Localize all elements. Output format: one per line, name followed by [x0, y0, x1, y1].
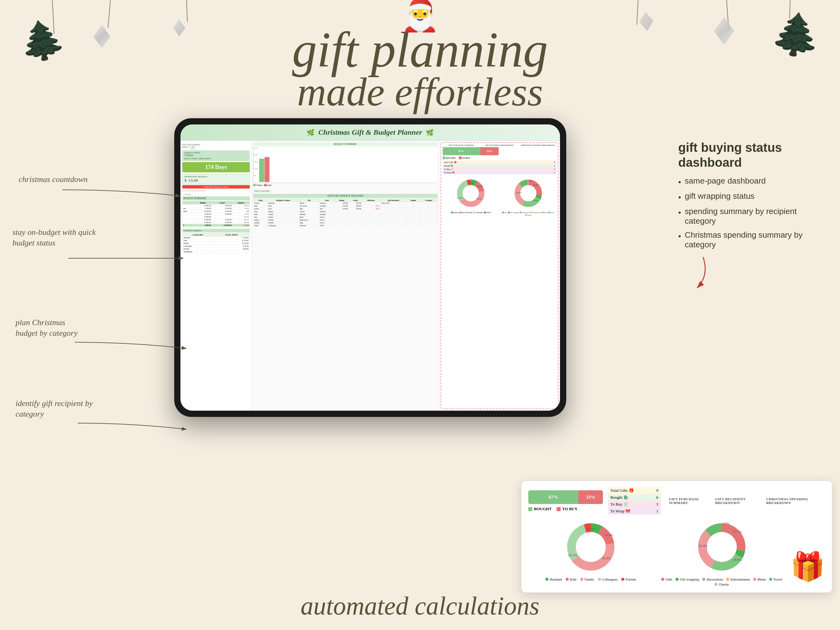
title-area: gift planning made effortless: [292, 25, 548, 112]
ornament-diamond-left: [93, 25, 111, 48]
gift-purchase-title: GIFT PURCHASE SUMMARY: [443, 144, 480, 146]
bullet-item-1: • same-page dashboard: [678, 176, 821, 187]
svg-text:14.4%: 14.4%: [477, 185, 483, 188]
list-item: Colleagues$ 25.00: [183, 245, 250, 248]
left-panel: elect your currency ENCY $ TODAY'S DATE …: [180, 141, 252, 411]
plant-icon-right: 🌿: [426, 129, 434, 136]
bullet-item-4: • Christmas spending summary by category: [678, 230, 821, 249]
arrow-countdown: [62, 183, 180, 202]
svg-text:8.1%: 8.1%: [587, 527, 594, 531]
svg-point-44: [707, 532, 737, 562]
right-bullets-section: gift buying status dashboard • same-page…: [678, 140, 821, 295]
exp-spending-chart: 27.7% 29.9% 24.9% 5.0% Gifts Gift wrappi…: [659, 519, 784, 586]
table-row: ons$ 50.00$ 100.00-50.00: [183, 207, 250, 210]
table-row: FrancisHusbandWatchAmazon$ 45.00$ 55.004…: [254, 202, 437, 205]
bullet-item-3: • spending summary by recipient category: [678, 207, 821, 226]
exp-spending-legend: Gifts Gift wrapping Decorations Entertai…: [659, 578, 784, 586]
svg-text:27.7%: 27.7%: [533, 183, 538, 186]
bullet-item-2: • gift wrapping status: [678, 191, 821, 202]
recipient-categories-title: recipient categories: [182, 229, 250, 232]
exp-spending-donut: 27.7% 29.9% 24.9% 5.0%: [694, 519, 750, 575]
expanded-dashboard: 67% 33% BOUGHT TO BUY Total Gifts 🎁9 Bou…: [521, 481, 832, 593]
exp-summary-numbers: Total Gifts 🎁9 Bought 🛍️6 To Buy 🛒3 To W…: [608, 487, 661, 515]
remaining-box: REMAINING BUDGET $ -15.00: [182, 174, 250, 185]
arrow-dashboard: [678, 257, 741, 294]
spending-donut-svg: 27.7% 29.9% 24.9% 5.0%: [511, 176, 545, 210]
step-label: Step 4: Plan gifts: [253, 189, 271, 193]
table-row: OmaFamilyTea setAmazon: [254, 210, 437, 213]
table-row: $ 300.00$ 500.00-200.00: [183, 221, 250, 224]
bullet-dot-2: •: [678, 193, 681, 202]
table-row: ReneKidsToy TruckToysRUs$ 50.00$ 80.00-3…: [254, 205, 437, 207]
table-row: $ 300.00$ 100.00200.00: [183, 218, 250, 221]
svg-text:24.9%: 24.9%: [698, 544, 707, 548]
table-row: $ 440.00$ 555.00-115.00: [183, 204, 250, 207]
tablet-mockup: 🌿 Christmas Gift & Budget Planner 🌿 elec…: [174, 118, 566, 417]
recipient-donut-svg: 8.1% 14.4% 30.4% 42.3%: [453, 176, 488, 210]
summary-numbers: Total Gifts 🎁9 Bought 🛍️6 To Buy 🛒3 To W…: [443, 161, 556, 174]
budget-section-label: BUDGET SUMMARY: [182, 196, 250, 201]
arrow-budget: [68, 249, 183, 268]
table-row: $ 500.00500.00: [183, 216, 250, 218]
right-panel-tablet: GIFT PURCHASE SUMMARY GIFT RECIPIENT BRE…: [439, 141, 560, 411]
bottom-title: automated calculations: [300, 591, 540, 621]
list-item: Neighbours: [183, 251, 250, 253]
exp-recipient-chart: 8.1% 14.4% 30.4% 42.3% Husband Kids Fami…: [528, 519, 653, 586]
svg-text:30.4%: 30.4%: [476, 197, 482, 200]
recipient-section: recipient categories CATEGORY TOTAL SPEN…: [182, 229, 250, 253]
pinecone-left: 🌲: [15, 15, 69, 66]
list-item: Kids$ 170.00: [183, 239, 250, 242]
budget-summary-header: BUDGET SUMMARY: [253, 142, 437, 146]
svg-text:8.1%: 8.1%: [469, 182, 473, 185]
spending-chart: 27.7% 29.9% 24.9% 5.0% Gifts Gift wrappi…: [500, 176, 557, 216]
exp-progress-tobuy: 33%: [578, 490, 603, 504]
budget-table: Budget Actual Balance $ 440.00$ 555.00-1…: [182, 201, 250, 227]
table-row: ReginaFriendsMake-up setStore 2: [254, 219, 437, 221]
exp-gift-recipient-title: GIFT RECIPIENT BREAKDOWN: [715, 497, 761, 505]
progress-tobuy: 33%: [480, 147, 499, 155]
table-row: AxelleKidsDollEtsy$ 50.00$ 90.00-40.00✓: [254, 207, 437, 210]
exp-progress-bought: 67%: [528, 490, 578, 504]
table-row: RuthFamilyPerfumeAmazon: [254, 213, 437, 216]
date-box: TODAY'S DATE 7/3/2023 DAYS UNTIL CHRISTM…: [182, 150, 250, 161]
bar-spent-1: [264, 157, 269, 182]
sheet-body: elect your currency ENCY $ TODAY'S DATE …: [180, 141, 560, 411]
recipient-table: CATEGORY TOTAL SPENT Husband$ 45.00 Kids…: [182, 233, 250, 253]
bullet-dot-1: •: [678, 177, 681, 187]
recipient-chart: 8.1% 14.4% 30.4% 42.3% Husband Kids Fami…: [443, 176, 499, 216]
chart-legend: Budget Spent: [253, 184, 437, 186]
svg-text:24.9%: 24.9%: [516, 191, 521, 194]
svg-text:27.7%: 27.7%: [733, 530, 741, 534]
exp-recipient-donut: 8.1% 14.4% 30.4% 42.3%: [563, 519, 619, 575]
table-row: SandyColleaguesNecklaceETSY: [254, 224, 437, 227]
currency-select[interactable]: $: [190, 145, 195, 149]
ornament-diamond-right-small: [638, 11, 654, 32]
list-item: Friends$ 80.00: [183, 248, 250, 251]
svg-text:42.3%: 42.3%: [568, 553, 577, 557]
gifts-tracker-table: Name Recipient Category Gift Store Budge…: [253, 199, 437, 227]
bullet-dot-4: •: [678, 232, 681, 241]
table-row: MaxFamilyBookStore 1: [254, 216, 437, 219]
gift-boxes-decor: 🎁: [790, 519, 825, 586]
svg-text:14.4%: 14.4%: [604, 533, 613, 537]
list-item: Family$ 235.00: [183, 242, 250, 245]
bar-chart-area: 2,500 2,000 1,500 1,000 500 1,990,002: [253, 147, 437, 183]
title-main: gift planning: [292, 25, 548, 75]
sheet-header: 🌿 Christmas Gift & Budget Planner 🌿: [180, 125, 560, 141]
exp-progress-bar: 67% 33%: [528, 490, 603, 504]
plant-icon-left: 🌿: [307, 129, 314, 136]
warning-box: WARNING! Budget Exceeded: [182, 185, 250, 188]
svg-text:5.0%: 5.0%: [723, 522, 729, 525]
right-bullets-title: gift buying status dashboard: [678, 140, 821, 170]
title-sub: made effortless: [292, 71, 548, 112]
annotation-budget-status: stay on-budget with quick budget status: [13, 227, 99, 248]
svg-text:30.4%: 30.4%: [602, 556, 610, 560]
svg-text:42.3%: 42.3%: [457, 197, 463, 199]
tablet-screen: 🌿 Christmas Gift & Budget Planner 🌿 elec…: [180, 125, 560, 411]
arrow-recipient: [78, 417, 187, 434]
table-row: $1,990.00$ 2,005.00$ -18.00: [183, 224, 250, 227]
note-text: Note: Do not edit colored cells: [182, 190, 250, 192]
days-box: 174 Days: [182, 162, 250, 172]
exp-christmas-spending-title: CHRISTMAS SPENDING BREAKDOWN: [766, 497, 822, 505]
bar-budget-1: [259, 159, 264, 182]
